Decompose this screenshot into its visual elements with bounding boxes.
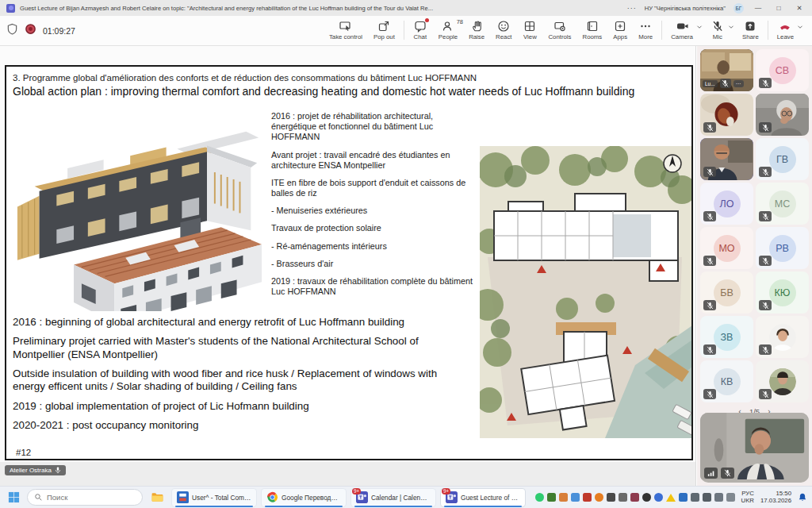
tray-app-red-icon[interactable] — [583, 493, 592, 502]
toolbar-button-label: Rooms — [583, 33, 603, 40]
taskbar-search[interactable] — [27, 489, 143, 506]
minimize-button[interactable]: — — [752, 4, 764, 12]
chrome-icon — [266, 491, 278, 503]
toolbar-more-button[interactable]: More — [633, 18, 658, 41]
tray-camera-icon[interactable] — [630, 493, 639, 502]
participant-tile-гв[interactable]: ГВ — [756, 138, 809, 180]
toolbar-rooms-button[interactable]: Rooms — [577, 18, 608, 41]
share-icon — [744, 19, 756, 33]
participant-tile-кв[interactable]: КВ — [700, 360, 753, 402]
camera-icon — [676, 19, 689, 33]
slide-english-paragraph: Outside insulation of building with wood… — [13, 368, 471, 394]
leave-icon — [778, 19, 792, 33]
close-button[interactable]: ✕ — [793, 4, 806, 12]
mic-muted-icon — [703, 389, 716, 399]
notifications-bell-icon[interactable] — [798, 492, 807, 502]
participant-tile-ло[interactable]: ЛО — [700, 183, 753, 225]
participant-tile-св[interactable]: СВ — [756, 49, 809, 91]
file-explorer-button[interactable] — [147, 488, 167, 507]
whatsapp-icon[interactable] — [535, 493, 544, 502]
recording-timer: 01:09:27 — [43, 26, 75, 36]
tray-g-icon[interactable] — [654, 493, 663, 502]
toolbar-apps-button[interactable]: Apps — [607, 18, 633, 41]
toolbar-people-button[interactable]: 78People — [433, 18, 463, 41]
participant-tile-video-13[interactable] — [756, 316, 809, 358]
tray-app-darkcircle-icon[interactable] — [642, 493, 651, 502]
tray-app-orange-icon[interactable] — [595, 493, 603, 502]
participant-tile-рв[interactable]: РВ — [756, 227, 809, 269]
participant-tile-зв[interactable]: ЗВ — [700, 316, 753, 358]
window-menu-dots[interactable]: ··· — [627, 4, 637, 12]
toolbar-chat-button[interactable]: Chat — [408, 18, 433, 41]
slide-french-paragraph: Travaux de protection solaire — [271, 223, 476, 233]
tray-app-photos-icon[interactable] — [559, 493, 568, 502]
mic-muted-icon — [759, 256, 772, 266]
maximize-button[interactable]: □ — [772, 4, 785, 12]
folder-icon — [151, 491, 164, 504]
participant-tile-кю[interactable]: КЮ — [756, 271, 809, 314]
mic-muted-icon — [703, 344, 716, 355]
warning-icon[interactable] — [666, 494, 676, 502]
mic-muted-icon — [721, 468, 734, 479]
volume-icon[interactable] — [691, 493, 699, 502]
pen-icon[interactable] — [726, 493, 735, 502]
slide-title-en: Global action plan : improving thermal c… — [13, 85, 691, 98]
react-icon — [497, 19, 510, 33]
presenter-label: Atelier Ostraka — [10, 467, 52, 474]
slide-title-fr: 3. Programme global d'amélioration des c… — [13, 73, 687, 83]
controls-icon — [553, 19, 566, 33]
toolbar-view-button[interactable]: View — [517, 18, 542, 41]
toolbar-raise-button[interactable]: Raise — [463, 18, 490, 41]
toolbar-react-button[interactable]: React — [490, 18, 517, 41]
slide-french-column: 2016 : projet de réhabilitation architec… — [271, 111, 476, 304]
bluetooth-icon[interactable] — [679, 493, 688, 502]
avatar: ЛО — [714, 190, 741, 217]
org-avatar-badge[interactable]: БГ — [733, 3, 744, 13]
mic-muted-icon — [703, 256, 716, 266]
tray-app-green-icon[interactable] — [547, 493, 556, 502]
avatar — [769, 324, 796, 351]
wifi-icon[interactable] — [714, 493, 723, 502]
mic-muted-icon — [703, 300, 716, 310]
participant-tile-мс[interactable]: МС — [756, 183, 809, 225]
toolbar-take-control-button[interactable]: Take control — [324, 18, 368, 41]
avatar: МО — [714, 235, 741, 262]
participant-tile-video-15[interactable] — [756, 360, 809, 402]
participant-tile-бв[interactable]: БВ — [700, 271, 753, 314]
toolbar-button-label: More — [638, 33, 653, 40]
toolbar-controls-button[interactable]: Controls — [542, 18, 576, 41]
toolbar-camera-button[interactable]: Camera — [665, 18, 699, 41]
tile-more-icon[interactable]: ··· — [733, 80, 744, 87]
participant-tile-video-2[interactable] — [700, 94, 753, 136]
participant-tile-video-0[interactable]: Lu...··· — [700, 49, 753, 91]
taskbar-app-calendar-calendar[interactable]: 9+Calendar | Calendar | ... — [350, 488, 436, 507]
taskbar-app-user-total-comm[interactable]: User^ - Total Comm... — [171, 488, 257, 507]
start-button[interactable] — [5, 489, 22, 506]
toolbar-leave-button[interactable]: Leave — [772, 18, 799, 41]
toolbar-share-button[interactable]: Share — [737, 18, 764, 41]
tray-mic-icon[interactable] — [571, 493, 580, 502]
device-icon[interactable] — [703, 493, 711, 502]
toolbar-mic-button[interactable]: Mic — [705, 18, 730, 41]
participant-tile-video-3[interactable] — [756, 94, 809, 136]
participant-tile-video-4[interactable] — [700, 138, 753, 180]
notification-badge: 9+ — [352, 488, 361, 495]
taskbar-apps: User^ - Total Comm...Google Переводчик..… — [171, 488, 526, 507]
taskbar-app-google-переводчик[interactable]: Google Переводчик... — [261, 488, 347, 507]
language-bottom: UKR — [741, 498, 754, 505]
rooms-icon — [586, 19, 599, 33]
search-input[interactable] — [47, 493, 126, 502]
taskbar-app-guest-lecture-of-bija[interactable]: 9+Guest Lecture of Bija... — [440, 488, 526, 507]
people-icon: 78 — [442, 19, 454, 33]
main-area: 3. Programme global d'amélioration des c… — [0, 46, 812, 486]
avatar: КЮ — [769, 279, 796, 306]
active-speaker-video[interactable] — [700, 413, 809, 483]
toolbar-button-label: Mic — [713, 33, 722, 40]
tray-app-dark-icon[interactable] — [607, 493, 615, 502]
participant-tile-мо[interactable]: МО — [700, 227, 753, 269]
lock-icon[interactable] — [619, 493, 627, 502]
toolbar-pop-out-button[interactable]: Pop out — [368, 18, 400, 41]
taskbar-clock[interactable]: 15:50 17.03.2026 — [760, 491, 791, 505]
notification-badge: 9+ — [442, 488, 450, 495]
language-indicator[interactable]: РУС UKR — [741, 491, 754, 505]
